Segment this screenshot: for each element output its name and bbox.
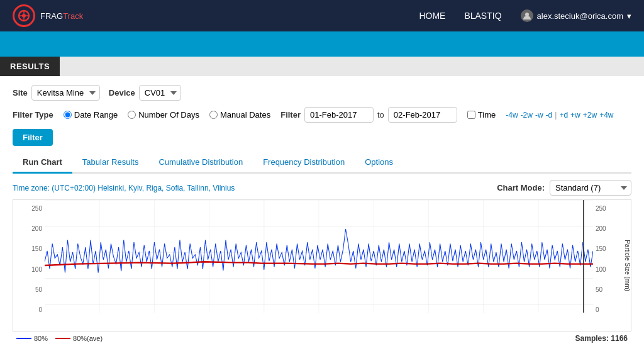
time-checkbox[interactable] (467, 111, 475, 119)
legend-item-80ave: 80%(ave) (55, 335, 103, 342)
y-tick-250: 250 (16, 205, 42, 212)
y-axis-right: 250 200 150 100 50 0 Particle Size (mm) (593, 200, 631, 331)
chart-mode-group: Chart Mode: Standard (7) Standard (5) Pe… (497, 180, 631, 196)
y-tick-150: 150 (16, 245, 42, 252)
y-tick-50: 50 (16, 286, 42, 293)
radio-date-range-input[interactable] (64, 111, 72, 119)
y-right-tick-200: 200 (596, 225, 606, 232)
logo-area: FRAGTrack (13, 4, 83, 27)
chart-header: Time zone: (UTC+02:00) Helsinki, Kyiv, R… (13, 180, 631, 196)
logo-frag: FRAG (40, 11, 63, 21)
time-label: Time (478, 110, 496, 120)
quick-link-minus4w[interactable]: -4w (506, 111, 518, 120)
chart-footer: 80% 80%(ave) Samples: 1166 (13, 332, 631, 345)
filter-date-section: Filter to (280, 107, 457, 123)
quick-link-plusw[interactable]: +w (570, 111, 580, 120)
site-select[interactable]: Kevitsa Mine (31, 85, 100, 101)
filter-label: Filter (280, 110, 301, 120)
chart-legend: 80% 80%(ave) (16, 335, 103, 342)
legend-line-80ave (55, 338, 70, 339)
radio-number-of-days[interactable]: Number Of Days (128, 110, 199, 120)
quick-link-minus2w[interactable]: -2w (521, 111, 533, 120)
chart-svg-area (45, 200, 593, 331)
y-right-tick-250: 250 (596, 205, 606, 212)
chart-mode-label: Chart Mode: (497, 183, 545, 192)
tab-run-chart[interactable]: Run Chart (13, 152, 72, 174)
logo-text: FRAGTrack (40, 11, 83, 21)
site-device-row: Site Kevitsa Mine Device CV01 (13, 85, 631, 101)
radio-number-of-days-label: Number Of Days (138, 110, 199, 120)
legend-label-80: 80% (34, 335, 48, 342)
radio-manual-dates[interactable]: Manual Dates (209, 110, 270, 120)
quick-link-plus4w[interactable]: +4w (599, 111, 613, 120)
tab-cumulative-distribution[interactable]: Cumulative Distribution (148, 152, 253, 172)
tabs-row: Run Chart Tabular Results Cumulative Dis… (13, 152, 631, 174)
tab-options[interactable]: Options (355, 152, 403, 172)
filter-type-row: Filter Type Date Range Number Of Days Ma… (13, 107, 631, 123)
header: FRAGTrack HOME BLASTIQ alex.steciuk@oric… (0, 0, 644, 31)
y-right-tick-150: 150 (596, 245, 606, 252)
chart-mode-select[interactable]: Standard (7) Standard (5) Percentile (550, 180, 631, 196)
y-axis-right-label: Particle Size (mm) (625, 240, 631, 291)
filter-button[interactable]: Filter (13, 129, 53, 146)
tab-frequency-distribution[interactable]: Frequency Distribution (253, 152, 355, 172)
user-dropdown-icon: ▾ (627, 11, 631, 21)
separator: | (555, 111, 557, 120)
radio-date-range[interactable]: Date Range (64, 110, 118, 120)
user-avatar-icon (521, 9, 533, 22)
date-from-input[interactable] (304, 107, 374, 123)
blue-bar (0, 31, 644, 57)
radio-manual-dates-label: Manual Dates (220, 110, 270, 120)
y-right-tick-50: 50 (596, 286, 602, 293)
quick-link-minusd[interactable]: -d (546, 111, 553, 120)
logo-track: Track (63, 11, 83, 21)
filter-type-label: Filter Type (13, 110, 53, 120)
y-tick-0: 0 (16, 306, 42, 313)
site-label: Site (13, 88, 28, 98)
legend-item-80: 80% (16, 335, 48, 342)
legend-label-80ave: 80%(ave) (73, 335, 103, 342)
quick-link-minusw[interactable]: -w (535, 111, 543, 120)
tab-tabular-results[interactable]: Tabular Results (72, 152, 149, 172)
chart-svg (45, 200, 593, 331)
quick-links: -4w -2w -w -d | +d +w +2w +4w (506, 111, 613, 120)
timezone-label: Time zone: (UTC+02:00) Helsinki, Kyiv, R… (13, 184, 235, 192)
samples-label: Samples: 1166 (575, 334, 628, 343)
run-chart-container: 250 200 150 100 50 0 (13, 199, 631, 332)
y-tick-200: 200 (16, 225, 42, 232)
device-select[interactable]: CV01 (139, 85, 181, 101)
quick-link-plus2w[interactable]: +2w (583, 111, 597, 120)
nav-blastiq[interactable]: BLASTIQ (464, 11, 501, 21)
y-axis-left: 250 200 150 100 50 0 (13, 200, 45, 331)
nav-home[interactable]: HOME (419, 11, 445, 21)
nav-right: HOME BLASTIQ alex.steciuk@orica.com ▾ (419, 9, 631, 22)
radio-manual-dates-input[interactable] (209, 111, 218, 119)
legend-line-80 (16, 338, 31, 339)
chart-inner: 250 200 150 100 50 0 (13, 200, 631, 331)
y-right-tick-100: 100 (596, 266, 606, 273)
logo-icon (13, 4, 35, 27)
quick-link-plusd[interactable]: +d (559, 111, 568, 120)
y-tick-100: 100 (16, 266, 42, 273)
main-content: Site Kevitsa Mine Device CV01 Filter Typ… (0, 76, 644, 351)
to-label: to (377, 110, 384, 120)
site-group: Site Kevitsa Mine (13, 85, 100, 101)
radio-number-of-days-input[interactable] (128, 111, 136, 119)
user-email: alex.steciuk@orica.com (537, 11, 623, 21)
results-tab-label: RESULTS (0, 57, 60, 76)
device-label: Device (109, 88, 135, 98)
y-right-tick-0: 0 (596, 306, 599, 313)
device-group: Device CV01 (109, 85, 181, 101)
date-to-input[interactable] (388, 107, 457, 123)
radio-date-range-label: Date Range (74, 110, 118, 120)
user-menu[interactable]: alex.steciuk@orica.com ▾ (521, 9, 631, 22)
x-axis: 12:00 AM 5:00 AM 10:00 AM 3:00 PM 8:00 P… (13, 331, 631, 332)
time-checkbox-group: Time (467, 110, 496, 120)
